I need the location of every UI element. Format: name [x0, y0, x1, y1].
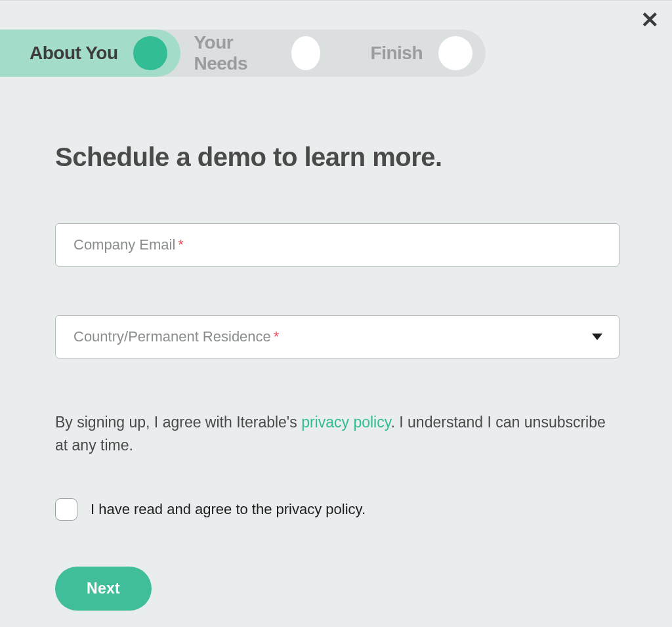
step-label: Your Needs [194, 32, 276, 74]
country-select[interactable] [55, 315, 620, 358]
email-field-wrapper: Company Email* [55, 223, 620, 267]
step-label: Finish [371, 43, 423, 64]
privacy-policy-link[interactable]: privacy policy [301, 414, 390, 431]
form-container: Schedule a demo to learn more. Company E… [0, 77, 672, 611]
close-icon[interactable]: ✕ [640, 9, 659, 31]
next-button[interactable]: Next [55, 567, 152, 611]
country-field-wrapper: Country/Permanent Residence* [55, 315, 620, 358]
step-circle-icon [133, 36, 167, 70]
consent-text: By signing up, I agree with Iterable's p… [55, 411, 620, 456]
step-your-needs: Your Needs [157, 30, 333, 77]
step-finish: Finish [310, 30, 486, 77]
progress-stepper: About You Your Needs Finish [0, 30, 486, 77]
consent-checkbox-row: I have read and agree to the privacy pol… [55, 498, 620, 521]
step-label: About You [30, 43, 117, 64]
step-circle-icon [291, 36, 320, 70]
step-about-you[interactable]: About You [0, 30, 180, 77]
step-circle-icon [438, 36, 472, 70]
checkbox-label: I have read and agree to the privacy pol… [91, 501, 366, 518]
company-email-input[interactable] [55, 223, 620, 267]
page-title: Schedule a demo to learn more. [55, 142, 620, 172]
privacy-checkbox[interactable] [55, 498, 77, 521]
